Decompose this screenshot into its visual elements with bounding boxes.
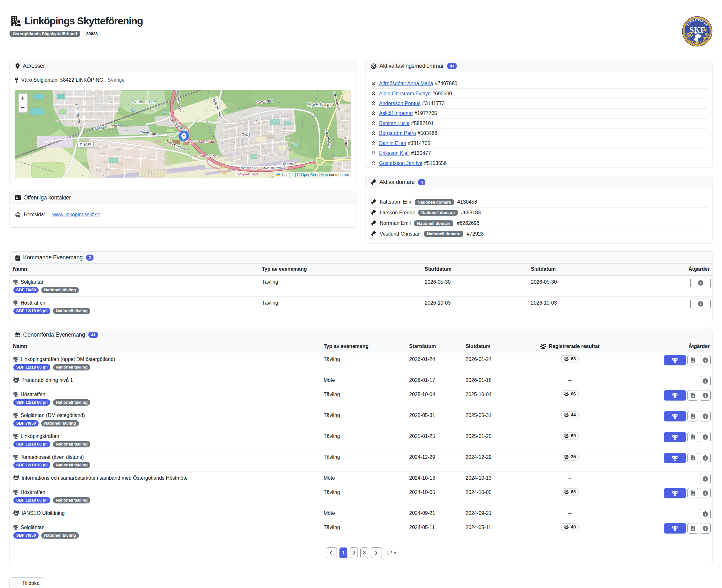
- svg-text:Trafikplats Ryd: Trafikplats Ryd: [235, 172, 258, 176]
- svg-text:Rydsvägen: Rydsvägen: [241, 166, 257, 170]
- svg-text:Trafikplats Ryd: Trafikplats Ryd: [195, 154, 218, 158]
- svg-text:Kärna mosse: Kärna mosse: [133, 100, 156, 104]
- svg-text:Ryd: Ryd: [241, 132, 250, 138]
- svg-text:Rydskogen: Rydskogen: [307, 102, 334, 108]
- svg-text:E 1037: E 1037: [80, 143, 91, 147]
- svg-text:Trafikplats Malmslätt: Trafikplats Malmslätt: [182, 140, 214, 143]
